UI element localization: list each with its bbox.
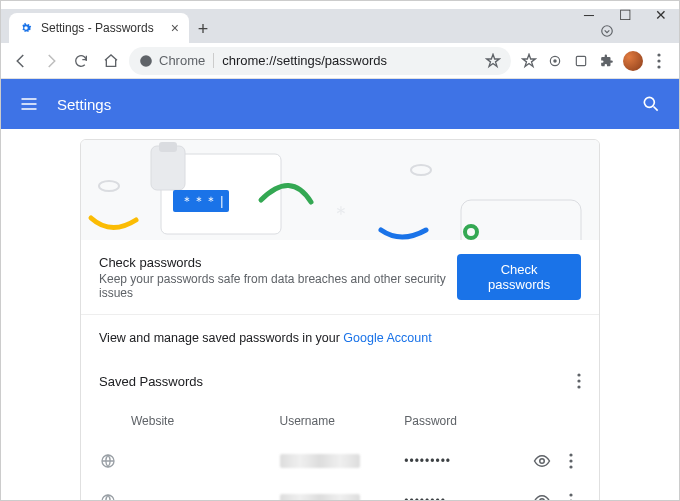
svg-point-29 [569,493,572,496]
svg-point-14 [99,181,119,191]
table-row: ••••••••• [99,441,581,481]
check-passwords-section: Check passwords Keep your passwords safe… [81,240,599,315]
svg-point-26 [569,465,572,468]
svg-point-17 [411,165,431,175]
svg-point-6 [657,59,660,62]
svg-point-23 [540,459,545,464]
svg-point-1 [140,55,152,67]
col-password: Password [404,414,523,428]
password-mask: •••••••• [404,494,523,501]
svg-point-7 [657,65,660,68]
col-website: Website [131,414,274,428]
svg-text:＊: ＊ [331,202,351,224]
settings-header: Settings [1,79,679,129]
chrome-icon [139,54,153,68]
forward-button[interactable] [39,49,63,73]
svg-point-19 [577,373,580,376]
table-header: Website Username Password [99,401,581,441]
google-account-link[interactable]: Google Account [343,331,431,345]
check-sub: Keep your passwords safe from data breac… [99,272,457,300]
saved-title: Saved Passwords [99,374,203,389]
maximize-button[interactable]: ☐ [607,1,643,29]
close-window-button[interactable]: ✕ [643,1,679,29]
svg-point-21 [577,385,580,388]
globe-icon [99,452,117,470]
close-tab-icon[interactable]: × [171,20,179,36]
extension-icon-2[interactable] [543,49,567,73]
password-mask: ••••••••• [404,454,523,468]
svg-point-5 [657,53,660,56]
svg-point-8 [644,97,654,107]
star-icon[interactable] [485,53,501,69]
show-password-icon[interactable] [529,452,555,470]
menu-icon[interactable] [19,94,39,114]
row-more-icon[interactable] [561,493,581,501]
minimize-button[interactable]: ─ [571,1,607,29]
profile-avatar[interactable] [621,49,645,73]
svg-rect-10 [151,146,185,190]
extension-icon-1[interactable] [517,49,541,73]
omnibox[interactable]: Chrome chrome://settings/passwords [129,47,511,75]
site-info[interactable]: Chrome [139,53,214,68]
new-tab-button[interactable]: + [189,15,217,43]
gear-icon [19,21,33,35]
back-button[interactable] [9,49,33,73]
window-controls: ─ ☐ ✕ [571,1,679,29]
reload-button[interactable] [69,49,93,73]
passwords-card: ＊＊＊ | ＊ Check passwords Keep your passwo… [80,139,600,501]
svg-rect-11 [159,142,177,152]
manage-passwords-text: View and manage saved passwords in your … [81,315,599,349]
username-blur [280,454,360,468]
chrome-scheme-label: Chrome [159,53,205,68]
svg-point-25 [569,459,572,462]
svg-point-18 [465,226,477,238]
svg-rect-16 [461,200,581,240]
saved-more-icon[interactable] [577,373,581,389]
home-button[interactable] [99,49,123,73]
svg-point-24 [569,453,572,456]
browser-tab[interactable]: Settings - Passwords × [9,13,189,43]
check-heading: Check passwords [99,255,457,270]
extension-icon-3[interactable] [569,49,593,73]
search-icon[interactable] [641,94,661,114]
check-passwords-button[interactable]: Check passwords [457,254,581,300]
extensions-button[interactable] [595,49,619,73]
svg-rect-4 [576,56,585,65]
manage-prefix: View and manage saved passwords in your [99,331,343,345]
saved-passwords-header: Saved Passwords [81,349,599,397]
page-title: Settings [57,96,111,113]
row-more-icon[interactable] [561,453,581,469]
table-row: •••••••• [99,481,581,501]
tab-title: Settings - Passwords [41,21,154,35]
username-blur [280,494,360,501]
browser-menu-button[interactable] [647,49,671,73]
globe-icon [99,492,117,501]
url-text: chrome://settings/passwords [222,53,387,68]
browser-toolbar: Chrome chrome://settings/passwords [1,43,679,79]
show-password-icon[interactable] [529,492,555,501]
col-username: Username [280,414,399,428]
illustration: ＊＊＊ | ＊ [81,140,599,240]
svg-point-3 [553,59,557,63]
passwords-table: Website Username Password ••••••••• ••••… [81,397,599,501]
content-scroll[interactable]: ＊＊＊ | ＊ Check passwords Keep your passwo… [1,129,679,501]
svg-text:＊＊＊ |: ＊＊＊ | [181,194,223,208]
svg-point-20 [577,379,580,382]
